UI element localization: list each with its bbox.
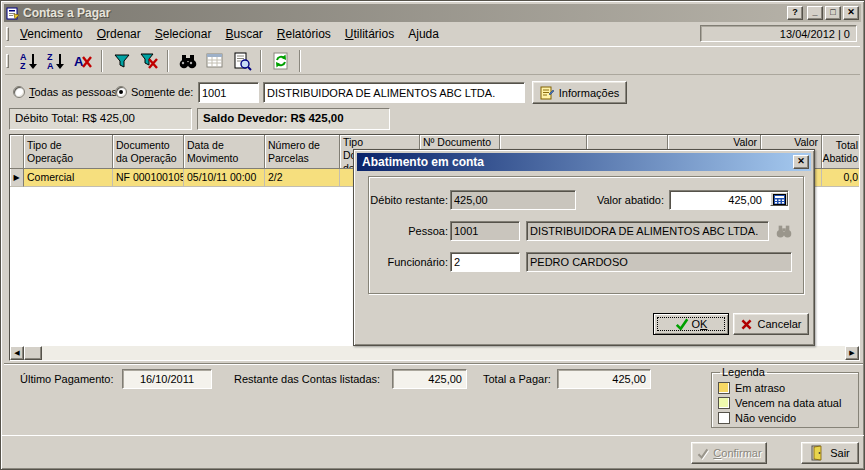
cell-total-abatido[interactable]: 0,0 <box>822 169 860 187</box>
clear-filter-icon <box>139 51 159 71</box>
cell-tipo-operacao[interactable]: Comercial <box>24 169 113 187</box>
summary-panel: Último Pagamento: 16/10/2011 Restante da… <box>4 363 863 435</box>
menu-utilitarios[interactable]: Utilitários <box>340 25 399 43</box>
ok-check-icon <box>675 317 689 331</box>
clear-filter-button[interactable] <box>135 48 162 73</box>
pessoa-label: Pessoa: <box>364 225 448 237</box>
calculator-icon <box>773 194 786 205</box>
cancelar-button[interactable]: Cancelar <box>733 313 809 335</box>
dialog-close-button[interactable]: ✕ <box>793 155 809 169</box>
person-search-binoculars-icon <box>775 223 793 239</box>
toolbar-grip-2[interactable] <box>6 54 9 68</box>
scrollbar-thumb[interactable] <box>24 346 42 360</box>
dialog-titlebar: Abatimento em conta ✕ <box>357 153 811 171</box>
toolbar-separator <box>101 50 103 72</box>
cell-documento[interactable]: NF 000100105 <box>113 169 184 187</box>
filter-button[interactable] <box>108 48 135 73</box>
sort-ascending-button[interactable]: A Z <box>15 48 42 73</box>
sort-az-icon: A Z <box>19 51 39 71</box>
menu-selecionar[interactable]: Selecionar <box>150 25 217 43</box>
grid-icon <box>205 51 225 71</box>
ok-button[interactable]: OK <box>653 313 729 335</box>
app-window: Contas a Pagar ? _ □ ✕ Vencimento Ordena… <box>0 0 865 470</box>
menu-ordenar[interactable]: Ordenar <box>92 25 146 43</box>
legend-item-overdue: Em atraso <box>718 380 858 395</box>
legend-box: Legenda Em atraso Vencem na data atual N… <box>711 366 859 428</box>
col-data-movimento[interactable]: Data de Movimento <box>184 135 265 169</box>
sair-button[interactable]: Sair <box>801 442 859 464</box>
preview-report-button[interactable] <box>228 48 255 73</box>
col-numero-parcelas[interactable]: Número de Parcelas <box>265 135 340 169</box>
menu-buscar[interactable]: Buscar <box>220 25 267 43</box>
action-bar: Confirmar Sair <box>1 435 864 470</box>
cell-data-movimento[interactable]: 05/10/11 00:00 <box>184 169 265 187</box>
close-button[interactable]: ✕ <box>843 6 859 20</box>
binoculars-icon <box>178 51 198 71</box>
window-titlebar: Contas a Pagar ? _ □ ✕ <box>4 4 861 22</box>
abatimento-dialog: Abatimento em conta ✕ Débito restante: V… <box>353 149 815 346</box>
person-name-input[interactable] <box>263 82 525 103</box>
pessoa-code-field <box>450 221 520 241</box>
radio-all-persons[interactable] <box>13 86 25 98</box>
svg-text:A: A <box>74 54 84 69</box>
app-icon <box>6 6 20 20</box>
scroll-right-icon[interactable]: ▶ <box>845 346 859 360</box>
calculator-button[interactable] <box>770 192 788 206</box>
person-code-input[interactable] <box>198 82 259 103</box>
toolbar-separator <box>299 50 301 72</box>
total-to-pay-value: 425,00 <box>557 369 651 389</box>
balance-due-panel: Saldo Devedor: R$ 425,00 <box>197 108 390 130</box>
minimize-button[interactable]: _ <box>807 6 823 20</box>
overdue-swatch <box>718 382 730 394</box>
menu-relatorios[interactable]: Relatórios <box>272 25 336 43</box>
scroll-left-icon[interactable]: ◀ <box>10 346 24 360</box>
sort-descending-button[interactable]: Z A <box>42 48 69 73</box>
col-documento-operacao[interactable]: Documento da Operação <box>113 135 184 169</box>
radio-all-label[interactable]: Todas as pessoas <box>29 86 117 98</box>
due-today-swatch <box>718 397 730 409</box>
toolbar: A Z Z A A <box>5 46 860 75</box>
pessoa-name-field <box>526 221 769 241</box>
horizontal-scrollbar[interactable]: ◀ ▶ <box>10 346 859 360</box>
toolbar-separator <box>260 50 262 72</box>
menu-vencimento[interactable]: Vencimento <box>15 25 88 43</box>
clear-sort-icon: A <box>73 51 93 71</box>
informacoes-button[interactable]: Informações <box>532 81 627 104</box>
totals-row: Débito Total: R$ 425,00 Saldo Devedor: R… <box>1 107 864 132</box>
menu-bar: Vencimento Ordenar Selecionar Buscar Rel… <box>5 24 860 43</box>
remaining-label: Restante das Contas listadas: <box>234 373 380 385</box>
legend-item-due-today: Vencem na data atual <box>718 395 858 410</box>
person-filter-row: Todas as pessoas Somente de: Informações <box>5 78 860 106</box>
sort-za-icon: Z A <box>46 51 66 71</box>
radio-only-label[interactable]: Somente de: <box>131 86 193 98</box>
col-indicator <box>10 135 24 169</box>
window-title: Contas a Pagar <box>23 6 785 20</box>
toolbar-separator <box>167 50 169 72</box>
debit-total-panel: Débito Total: R$ 425,00 <box>9 108 192 130</box>
row-indicator-icon: ▶ <box>10 169 24 187</box>
cell-parcelas[interactable]: 2/2 <box>265 169 340 187</box>
debito-restante-field <box>450 190 576 210</box>
funcionario-name-field <box>526 252 792 272</box>
toolbar-grip[interactable] <box>6 27 9 41</box>
clear-sort-button[interactable]: A <box>69 48 96 73</box>
svg-text:Z: Z <box>20 61 26 71</box>
radio-only-from[interactable] <box>115 86 127 98</box>
filter-icon <box>112 51 132 71</box>
funcionario-label: Funcionário: <box>364 256 448 268</box>
maximize-button[interactable]: □ <box>825 6 841 20</box>
find-button[interactable] <box>174 48 201 73</box>
refresh-button[interactable] <box>267 48 294 73</box>
menu-ajuda[interactable]: Ajuda <box>403 25 444 43</box>
col-total-abatido[interactable]: Total Abatido <box>822 135 860 169</box>
legend-title: Legenda <box>720 366 767 378</box>
confirmar-button[interactable]: Confirmar <box>691 442 767 464</box>
dialog-title: Abatimento em conta <box>362 155 791 169</box>
col-tipo-operacao[interactable]: Tipo de Operação <box>24 135 113 169</box>
help-button[interactable]: ? <box>787 6 803 20</box>
refresh-icon <box>271 51 291 71</box>
grid-view-button[interactable] <box>201 48 228 73</box>
funcionario-code-input[interactable] <box>450 252 520 272</box>
last-payment-label: Último Pagamento: <box>20 373 114 385</box>
svg-text:A: A <box>47 61 54 71</box>
